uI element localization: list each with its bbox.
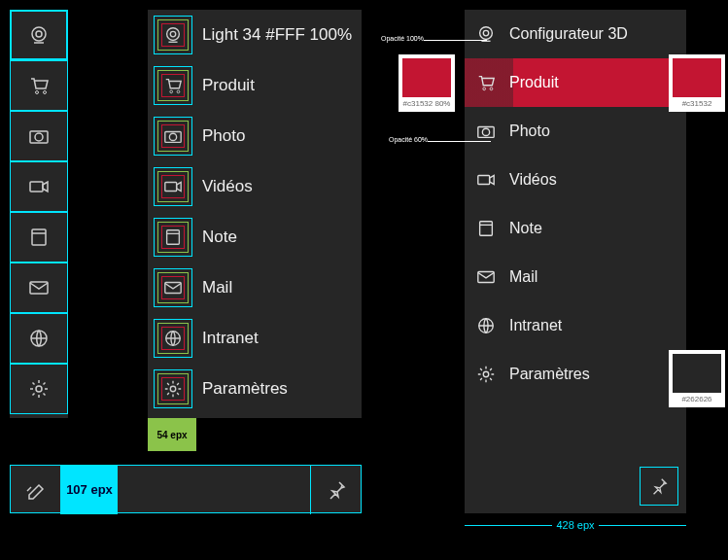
nav-item[interactable]: Produit [465,58,686,107]
nav-item[interactable]: Paramètres [465,350,686,399]
annotation-opacity-100: Opacité 100% [381,35,424,42]
note-icon [154,218,192,257]
menu-item-label: Vidéos [202,177,253,196]
menu-item[interactable]: Light 34 #FFF 100% [148,10,362,60]
nav-item-label: Vidéos [509,171,557,189]
gear-icon [476,365,496,384]
color-swatch-1: #c31532 80% [399,54,455,112]
nav-title[interactable]: Configurateur 3D [465,10,686,58]
menu-item[interactable]: Produit [148,60,362,111]
mail-icon [154,268,192,307]
menu-item-label: Light 34 #FFF 100% [202,25,352,45]
icon-rail [10,10,68,418]
rail-item-mail[interactable] [10,262,68,313]
spec-badge-107: 107 epx [61,466,118,514]
spec-badge-54: 54 epx [148,418,196,451]
nav-panel: Configurateur 3D ProduitPhotoVidéosNoteM… [465,10,686,513]
color-swatch-3: #262626 [669,350,725,407]
rail-item-globe[interactable] [10,313,68,364]
menu-item[interactable]: Mail [148,262,362,313]
edit-icon-button[interactable] [11,466,61,514]
menu-item-label: Paramètres [202,379,288,399]
rail-item-cart[interactable] [10,60,68,111]
camera-icon [476,122,496,141]
annotation-opacity-60: Opacité 60% [389,136,428,143]
cam-icon [154,16,192,54]
menu-item-label: Mail [202,278,232,298]
menu-item[interactable]: Note [148,212,362,262]
pin-button-right[interactable] [640,467,678,506]
video-icon [476,170,496,190]
menu-item[interactable]: Vidéos [148,161,362,212]
nav-item-label: Intranet [509,317,562,334]
nav-item[interactable]: Intranet [465,301,686,350]
cart-icon [476,73,496,92]
pin-button[interactable] [310,466,361,514]
nav-item-label: Photo [509,122,550,140]
menu-item-label: Note [202,228,237,247]
color-swatch-2: #c31532 [669,54,725,112]
rail-item-cam[interactable] [10,10,68,60]
nav-title-label: Configurateur 3D [509,25,628,43]
video-icon [154,167,192,206]
menu-detail: Light 34 #FFF 100%ProduitPhotoVidéosNote… [148,10,362,418]
nav-item-label: Note [509,220,542,237]
rail-item-camera[interactable] [10,111,68,161]
menu-item-label: Produit [202,76,255,95]
menu-item-label: Intranet [202,329,259,348]
rail-item-video[interactable] [10,161,68,212]
gear-icon [154,369,192,408]
rail-item-note[interactable] [10,212,68,262]
dimension-width: 428 epx [465,519,686,531]
nav-item[interactable]: Mail [465,253,686,301]
rail-item-gear[interactable] [10,364,68,414]
nav-item-label: Produit [509,74,559,91]
note-icon [476,219,496,238]
menu-item[interactable]: Intranet [148,313,362,364]
mail-icon [476,267,496,287]
cart-icon [154,66,192,105]
camera-icon [154,117,192,156]
nav-item[interactable]: Vidéos [465,156,686,204]
footer-bar: 107 epx [10,465,362,513]
nav-item[interactable]: Photo [465,107,686,156]
menu-item[interactable]: Photo [148,111,362,161]
nav-item[interactable]: Note [465,204,686,253]
globe-icon [154,319,192,358]
menu-item[interactable]: Paramètres [148,364,362,414]
nav-item-label: Mail [509,268,537,286]
globe-icon [476,316,496,335]
menu-item-label: Photo [202,126,245,146]
nav-item-label: Paramètres [509,366,590,383]
